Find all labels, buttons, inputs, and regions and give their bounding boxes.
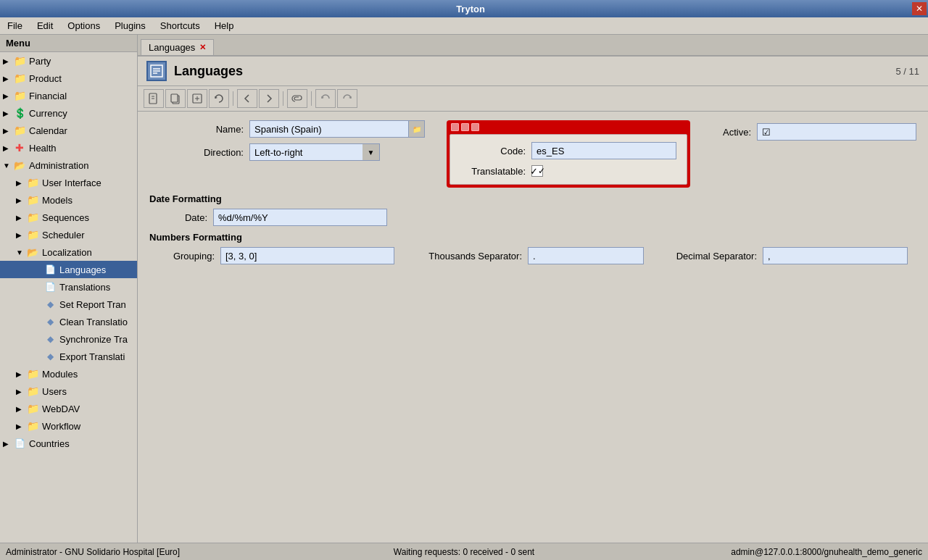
tabbar: Languages ✕: [138, 35, 928, 57]
arrow-icon: ▶: [16, 405, 26, 413]
sidebar-label-scheduler: Scheduler: [42, 230, 85, 241]
win-close-btn-inner[interactable]: [471, 123, 479, 131]
highlight-container: Code: Translatable: ✓: [447, 120, 690, 188]
sidebar-label-workflow: Workflow: [42, 421, 80, 432]
sidebar-label-user-interface: User Interface: [42, 177, 102, 188]
thousands-sep-label: Thousands Separator:: [406, 251, 522, 262]
sidebar-label-countries: Countries: [29, 438, 70, 449]
code-row: Code:: [460, 142, 676, 159]
code-input[interactable]: [531, 142, 676, 159]
toolbar-separator-2: [283, 91, 283, 106]
menu-edit[interactable]: Edit: [33, 19, 57, 33]
direction-row: Direction: ▼: [149, 143, 425, 161]
app-title: Tryton: [29, 4, 912, 14]
folder-icon: 📁: [26, 176, 39, 189]
sidebar-label-currency: Currency: [29, 108, 67, 119]
fit-button[interactable]: [187, 89, 207, 108]
win-maximize-btn[interactable]: [461, 123, 469, 131]
diamond-icon: ◆: [44, 350, 57, 363]
arrow-icon: ▶: [3, 440, 13, 448]
translatable-checkbox[interactable]: ✓: [531, 165, 543, 177]
new-button[interactable]: [144, 89, 164, 108]
tab-languages[interactable]: Languages ✕: [141, 39, 214, 55]
arrow-icon: ▶: [16, 214, 26, 222]
date-input[interactable]: [213, 209, 387, 226]
sidebar-item-localization[interactable]: ▼ 📂 Localization: [0, 243, 137, 261]
arrow-icon: ▶: [16, 179, 26, 187]
arrow-icon: ▼: [3, 162, 13, 170]
sidebar-item-user-interface[interactable]: ▶ 📁 User Interface: [0, 174, 137, 191]
sidebar-item-set-report-tran[interactable]: ◆ Set Report Tran: [0, 296, 137, 313]
close-button[interactable]: ✕: [912, 2, 927, 15]
active-input[interactable]: [757, 123, 916, 141]
menu-shortcuts[interactable]: Shortcuts: [156, 19, 204, 33]
reload-button[interactable]: [209, 89, 229, 108]
folder-icon: 📁: [13, 54, 26, 67]
name-browse-button[interactable]: 📁: [409, 120, 425, 138]
sidebar-item-administration[interactable]: ▼ 📂 Administration: [0, 156, 137, 174]
sidebar-item-users[interactable]: ▶ 📁 Users: [0, 383, 137, 400]
folder-open-icon: 📂: [26, 246, 39, 259]
menu-help[interactable]: Help: [210, 19, 239, 33]
grouping-input[interactable]: [220, 247, 394, 264]
sidebar-label-users: Users: [42, 386, 67, 397]
numbers-formatting-title: Numbers Formatting: [149, 232, 916, 243]
sidebar-item-workflow[interactable]: ▶ 📁 Workflow: [0, 417, 137, 435]
date-formatting-title: Date Formatting: [149, 193, 916, 204]
menu-options[interactable]: Options: [63, 19, 104, 33]
sidebar-item-currency[interactable]: ▶ 💲 Currency: [0, 104, 137, 122]
sidebar-label-clean-translatio: Clean Translatio: [59, 317, 128, 327]
copy-button[interactable]: [165, 89, 186, 108]
sidebar-item-product[interactable]: ▶ 📁 Product: [0, 70, 137, 87]
folder-icon: 📁: [26, 402, 39, 415]
direction-dropdown-button[interactable]: ▼: [362, 143, 380, 161]
redo-button[interactable]: [337, 89, 357, 108]
grouping-row: Grouping: Thousands Separator: Decimal S…: [149, 247, 916, 264]
sidebar-item-party[interactable]: ▶ 📁 Party: [0, 52, 137, 70]
sidebar-item-webdav[interactable]: ▶ 📁 WebDAV: [0, 400, 137, 417]
arrow-icon: ▶: [3, 57, 13, 65]
content-area: Languages ✕ Languages 5 / 11: [138, 35, 928, 543]
menu-plugins[interactable]: Plugins: [110, 19, 150, 33]
sidebar-item-calendar[interactable]: ▶ 📁 Calendar: [0, 122, 137, 139]
titlebar: Tryton ✕: [0, 0, 928, 17]
prev-button[interactable]: [237, 89, 257, 108]
undo-button[interactable]: [315, 89, 336, 108]
sidebar-item-languages[interactable]: 📄 Languages: [0, 261, 137, 278]
sidebar-item-synchronize-tra[interactable]: ◆ Synchronize Tra: [0, 330, 137, 348]
sidebar-label-synchronize-tra: Synchronize Tra: [59, 334, 128, 345]
sidebar-label-sequences: Sequences: [42, 212, 89, 223]
sidebar-label-financial: Financial: [29, 91, 67, 101]
sidebar-label-product: Product: [29, 73, 62, 84]
tab-close-icon[interactable]: ✕: [199, 43, 206, 52]
win-minimize-btn[interactable]: [451, 123, 459, 131]
direction-select-wrapper: ▼: [249, 143, 380, 161]
sidebar-item-export-translati[interactable]: ◆ Export Translati: [0, 348, 137, 365]
svg-rect-9: [171, 94, 178, 102]
main-layout: Menu ▶ 📁 Party ▶ 📁 Product ▶ 📁 Financial…: [0, 35, 928, 543]
menu-file[interactable]: File: [3, 19, 27, 33]
sidebar-item-models[interactable]: ▶ 📁 Models: [0, 191, 137, 209]
sidebar-item-countries[interactable]: ▶ 📄 Countries: [0, 435, 137, 452]
sidebar-item-financial[interactable]: ▶ 📁 Financial: [0, 87, 137, 104]
folder-icon: 📁: [26, 367, 39, 380]
sidebar-item-health[interactable]: ▶ ✚ Health: [0, 139, 137, 156]
sidebar-item-modules[interactable]: ▶ 📁 Modules: [0, 365, 137, 383]
sidebar-item-clean-translatio[interactable]: ◆ Clean Translatio: [0, 313, 137, 330]
sidebar-label-calendar: Calendar: [29, 125, 67, 136]
decimal-sep-input[interactable]: [763, 247, 908, 264]
arrow-icon: ▶: [16, 388, 26, 396]
name-input[interactable]: [249, 120, 409, 138]
arrow-icon: ▶: [3, 127, 13, 135]
direction-input[interactable]: [249, 143, 380, 161]
next-button[interactable]: [259, 89, 279, 108]
active-row: Active:: [708, 123, 916, 141]
sidebar-item-translations[interactable]: 📄 Translations: [0, 278, 137, 296]
sidebar-item-scheduler[interactable]: ▶ 📁 Scheduler: [0, 226, 137, 243]
thousands-sep-input[interactable]: [528, 247, 644, 264]
currency-icon: 💲: [13, 106, 26, 120]
doc-icon: 📄: [13, 437, 26, 450]
sidebar-item-sequences[interactable]: ▶ 📁 Sequences: [0, 209, 137, 226]
attach-button[interactable]: [287, 89, 307, 108]
sidebar-label-localization: Localization: [42, 247, 92, 258]
